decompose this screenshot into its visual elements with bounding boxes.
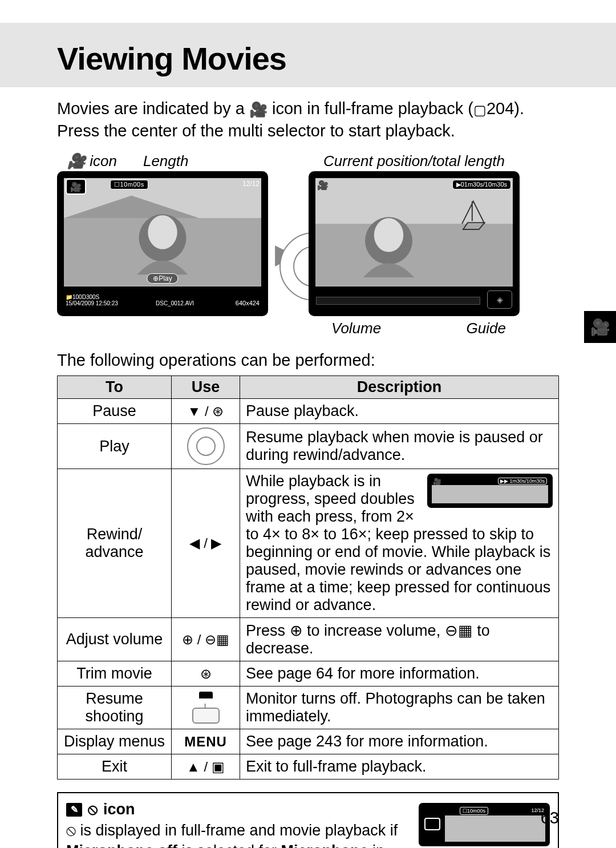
mini-inner bbox=[432, 485, 548, 503]
pencil-icon: ✎ bbox=[66, 803, 82, 817]
cell-desc: Exit to full-frame playback. bbox=[240, 754, 559, 780]
screen2-movie-badge: 🎥 bbox=[317, 180, 329, 191]
playback-screen-2: 🎥 ▶01m30s/10m30s ◈ bbox=[309, 171, 520, 316]
table-row: Rewind/ advance ◀ / ▶ 🎥 ▶▶ 1m30s/10m30s … bbox=[58, 469, 559, 618]
cell-to: Exit bbox=[58, 754, 172, 780]
cell-desc: Pause playback. bbox=[240, 399, 559, 424]
page-number: 63 bbox=[541, 809, 559, 827]
cell-desc: See page 64 for more information. bbox=[240, 661, 559, 687]
screen1-play-indicator: ⊕Play bbox=[147, 273, 178, 284]
intro-page-ref: 204 bbox=[487, 99, 514, 118]
cell-desc: Resume playback when movie is paused or … bbox=[240, 424, 559, 469]
screen2-image bbox=[315, 177, 513, 287]
cell-use: ⊕ / ⊖▦ bbox=[172, 618, 240, 661]
note-box: ✎ ⦸ icon ☐10m00s 12/12 ⦸ is displayed in… bbox=[57, 792, 559, 848]
intro-text-2: icon in full-frame playback ( bbox=[268, 99, 473, 118]
cell-to: Adjust volume bbox=[58, 618, 172, 661]
screen2-illustration bbox=[315, 178, 513, 286]
screen1-date: 15/04/2009 12:50:23 bbox=[66, 300, 118, 306]
rewind-mini-screen: 🎥 ▶▶ 1m30s/10m30s bbox=[427, 474, 553, 508]
table-row: Display menus MENU See page 243 for more… bbox=[58, 729, 559, 754]
screen1-illustration bbox=[64, 178, 261, 286]
screen1-image bbox=[63, 177, 262, 287]
screen1-folder: 📁100D300S bbox=[66, 294, 118, 300]
note-mini-inner bbox=[445, 815, 545, 842]
cell-use: ↓ bbox=[172, 687, 240, 729]
screen1-footer-left: 📁100D300S 15/04/2009 12:50:23 bbox=[66, 294, 118, 306]
desc-pre: While playback is in progress, speed dou… bbox=[246, 473, 415, 507]
cell-use: MENU bbox=[172, 729, 240, 754]
table-row: Resume shooting ↓ Monitor turns off. Pho… bbox=[58, 687, 559, 729]
svg-rect-5 bbox=[315, 224, 513, 286]
playback-screen-1: 🎥 ☐10m00s 12/12 ⊕Play 📁100D300S 15/04/20… bbox=[57, 171, 268, 316]
table-row: Adjust volume ⊕ / ⊖▦ Press ⊕ to increase… bbox=[58, 618, 559, 661]
section-tab-icon: 🎥 bbox=[584, 311, 616, 343]
cell-to: Display menus bbox=[58, 729, 172, 754]
diagram-labels-left: 🎥 icon Length bbox=[67, 152, 268, 170]
page-title: Viewing Movies bbox=[57, 40, 616, 77]
cell-desc: Monitor turns off. Photographs can be ta… bbox=[240, 687, 559, 729]
cell-to: Resume shooting bbox=[58, 687, 172, 729]
cell-to: Pause bbox=[58, 399, 172, 424]
mic-off-icon: ⦸ bbox=[66, 822, 76, 839]
label-volume: Volume bbox=[331, 320, 381, 337]
intro-text-1: Movies are indicated by a bbox=[57, 99, 249, 118]
title-bar: Viewing Movies bbox=[0, 23, 616, 87]
ops-intro: The following operations can be performe… bbox=[57, 351, 559, 370]
cell-desc: 🎥 ▶▶ 1m30s/10m30s While playback is in p… bbox=[240, 469, 559, 618]
mic-off-icon: ⦸ bbox=[88, 799, 98, 819]
screen1-count: 12/12 bbox=[242, 180, 260, 188]
th-use: Use bbox=[172, 376, 240, 399]
label-guide: Guide bbox=[467, 320, 506, 337]
label-icon-word: icon bbox=[90, 152, 117, 169]
table-header-row: To Use Description bbox=[58, 376, 559, 399]
label-current-pos: Current position/total length bbox=[309, 152, 520, 170]
cell-use: ◀ / ▶ bbox=[172, 469, 240, 618]
cell-use bbox=[172, 424, 240, 469]
note-mid2: in bbox=[368, 842, 385, 848]
note-bold1: Microphone off bbox=[66, 842, 177, 848]
diagram-left: 🎥 icon Length 🎥 ☐10m00s 12/12 bbox=[57, 152, 268, 316]
svg-point-7 bbox=[374, 219, 403, 252]
screen2-guide-icon: ◈ bbox=[487, 290, 512, 309]
movie-icon: 🎥 bbox=[67, 152, 86, 169]
note-pre: is displayed in full-frame and movie pla… bbox=[76, 822, 398, 839]
intro-paragraph: Movies are indicated by a 🎥 icon in full… bbox=[57, 98, 559, 142]
cell-use: ⊛ bbox=[172, 661, 240, 687]
screen1-file: DSC_0012.AVI bbox=[156, 300, 194, 306]
screen1-length: ☐10m00s bbox=[110, 180, 148, 189]
note-mini-length: ☐10m00s bbox=[460, 807, 488, 815]
th-to: To bbox=[58, 376, 172, 399]
page-ref-icon: ▢ bbox=[473, 101, 487, 119]
note-bold2: Microphone bbox=[281, 842, 368, 848]
desc-post: with each press, from 2× to 4× to 8× to … bbox=[246, 508, 550, 613]
cell-desc: See page 243 for more information. bbox=[240, 729, 559, 754]
note-mini-screen: ☐10m00s 12/12 bbox=[419, 803, 550, 846]
label-movie-icon: 🎥 icon bbox=[67, 152, 117, 170]
diagram-right: Current position/total length 🎥 ▶01m30s/… bbox=[309, 152, 520, 337]
cell-to: Trim movie bbox=[58, 661, 172, 687]
table-row: Play Resume playback when movie is pause… bbox=[58, 424, 559, 469]
mini-time: ▶▶ 1m30s/10m30s bbox=[498, 478, 547, 484]
cell-use: ▲ / ▣ bbox=[172, 754, 240, 780]
cell-desc: Press ⊕ to increase volume, ⊖▦ to decrea… bbox=[240, 618, 559, 661]
content-area: Movies are indicated by a 🎥 icon in full… bbox=[0, 87, 616, 848]
note-head-text: icon bbox=[103, 799, 135, 819]
note-mini-movie-badge bbox=[424, 818, 440, 830]
shutter-release-icon: ↓ bbox=[190, 692, 222, 724]
note-mid: is selected for bbox=[177, 842, 281, 848]
screen2-timebox: ▶01m30s/10m30s bbox=[452, 180, 511, 189]
th-desc: Description bbox=[240, 376, 559, 399]
diagram-sublabels: Volume Guide bbox=[309, 320, 520, 337]
movie-icon: 🎥 bbox=[249, 100, 268, 120]
diagram-row: 🎥 icon Length 🎥 ☐10m00s 12/12 bbox=[57, 152, 559, 337]
table-row: Trim movie ⊛ See page 64 for more inform… bbox=[58, 661, 559, 687]
screen2-progress-bar bbox=[316, 297, 480, 305]
cell-to: Rewind/ advance bbox=[58, 469, 172, 618]
table-row: Exit ▲ / ▣ Exit to full-frame playback. bbox=[58, 754, 559, 780]
svg-point-3 bbox=[148, 216, 177, 249]
mini-movie-icon: 🎥 bbox=[433, 478, 441, 486]
cell-to: Play bbox=[58, 424, 172, 469]
table-row: Pause ▼ / ⊛ Pause playback. bbox=[58, 399, 559, 424]
screen1-movie-badge: 🎥 bbox=[66, 179, 86, 195]
